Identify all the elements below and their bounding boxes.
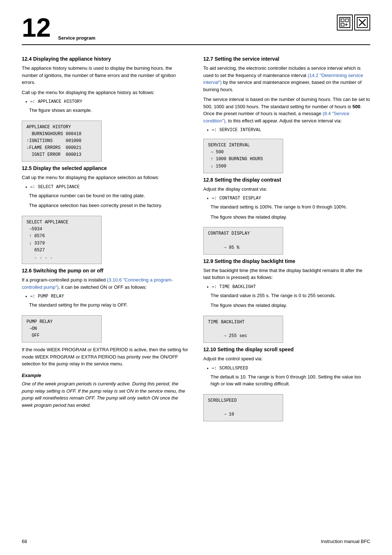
section-12-8-para1: Adjust the display contrast via: — [203, 186, 370, 193]
lcd-tb-2 — [208, 326, 278, 333]
lcd-sel-4: ↓ 3379 — [26, 240, 97, 247]
section-12-7-menu-ref: ⇒: SERVICE INTERVAL — [212, 127, 261, 133]
section-12-4-bullet: • ⇒: APPLIANCE HISTORY — [25, 99, 189, 105]
section-12-5-para1: Call up the menu for displaying the appl… — [22, 174, 189, 181]
footer-manual-title: Instruction manual BFC — [321, 539, 370, 544]
lcd-ss-1: SCROLLSPEED — [208, 397, 278, 404]
page-footer: 68 Instruction manual BFC — [22, 539, 370, 544]
section-12-9-menu-ref: ⇒: TIME BACKLIGHT — [212, 284, 256, 289]
lcd-pump-1: PUMP RELAY — [26, 319, 97, 325]
section-12-7-text1b: by the service and maintenance engineer,… — [203, 80, 362, 92]
section-12-4: 12.4 Displaying the appliance history Th… — [22, 56, 189, 165]
section-12-5-sub1: The appliance number can be found on the… — [29, 192, 189, 199]
lcd-sel-2: →5934 — [26, 226, 97, 233]
lcd-line-1: APPLIANCE HISTORY — [26, 124, 97, 131]
section-12-8-sub1: The standard setting is 100%. The range … — [211, 203, 370, 211]
bullet-dot-4: • — [207, 127, 209, 133]
section-12-6-sub: The standard setting for the pump relay … — [29, 301, 189, 309]
header-left: 12 Service program — [22, 15, 95, 41]
lcd-si-1: SERVICE INTERVAL — [208, 142, 278, 149]
lcd-sel-6: . . . . — [26, 254, 97, 261]
page-header: 12 Service program — [22, 15, 370, 45]
section-12-10-para1: Adjust the control speed via: — [203, 355, 370, 362]
section-12-6-para2: If the mode WEEK PROGRAM or EXTRA PERIOD… — [22, 346, 189, 368]
bullet-dot-2: • — [25, 185, 27, 190]
section-12-6-menu-ref: ⇒: PUMP RELAY — [30, 293, 64, 299]
left-column: 12.4 Displaying the appliance history Th… — [22, 56, 189, 425]
section-12-8-lcd: CONTRAST DISPLAY → 95 % — [203, 227, 283, 255]
section-12-7-text2c: . to this effect will appear. Adjust the… — [225, 118, 342, 123]
example-text: One of the week program periods is curre… — [22, 380, 189, 409]
section-12-8-sub2: The figure shows the related display. — [211, 214, 370, 221]
section-12-9-sub2: The figure shows the related display. — [211, 302, 370, 309]
header-icons — [337, 15, 370, 31]
bullet-dot-3: • — [25, 294, 27, 299]
lcd-pump-3: OFF — [26, 332, 97, 339]
section-12-6-para1: If a program-controlled pump is installe… — [22, 276, 189, 291]
lcd-line-2: BURNINGHOURS 000410 — [26, 131, 97, 138]
lcd-sel-3: ↑ 8576 — [26, 233, 97, 240]
section-12-7-bold: 500 — [352, 104, 360, 109]
lcd-line-4: ↓FLAME ERRORS 000021 — [26, 145, 97, 151]
cross-icon — [356, 17, 368, 28]
chapter-number: 12 — [22, 15, 51, 41]
lcd-sel-1: SELECT APPLIANCE — [26, 219, 97, 226]
section-12-9: 12.9 Setting the display backlight time … — [203, 258, 370, 347]
section-12-6: 12.6 Switching the pump on or off If a p… — [22, 268, 189, 409]
section-12-6-para1-text: If a program-controlled pump is installe… — [22, 277, 107, 283]
lcd-ss-3: → 10 — [208, 411, 278, 418]
lcd-cd-3: → 95 % — [208, 244, 278, 251]
section-12-7-title: 12.7 Setting the service interval — [203, 56, 370, 62]
svg-rect-2 — [346, 19, 348, 22]
lcd-cd-1: CONTRAST DISPLAY — [208, 230, 278, 237]
section-12-9-title: 12.9 Setting the display backlight time — [203, 258, 370, 264]
section-12-10-lcd: SCROLLSPEED → 10 — [203, 394, 283, 422]
lcd-si-4: ↓ 1500 — [208, 163, 278, 170]
lcd-si-3: ↑ 1000 BURNING HOURS — [208, 156, 278, 163]
lcd-cd-2 — [208, 237, 278, 244]
lcd-line-5: IGNIT ERROR 000013 — [26, 151, 97, 158]
footer-page-number: 68 — [22, 539, 27, 544]
lcd-pump-2: →ON — [26, 325, 97, 332]
svg-rect-1 — [341, 19, 344, 22]
section-12-8-bullet: • ⇒: CONTRAST DISPLAY — [207, 195, 370, 201]
lcd-tb-1: TIME BACKLIGHT — [208, 319, 278, 326]
section-12-7-para2: The service interval is based on the num… — [203, 96, 370, 124]
example-title: Example — [22, 372, 189, 379]
icon-box-1 — [337, 15, 353, 31]
appliance-icon — [339, 17, 351, 28]
section-12-8-menu-ref: ⇒: CONTRAST DISPLAY — [212, 195, 261, 201]
section-12-9-para1: Set the backlight time (the time that th… — [203, 267, 370, 281]
lcd-line-3: ↑IGNITIONS 001000 — [26, 138, 97, 145]
section-12-8: 12.8 Setting the display contrast Adjust… — [203, 177, 370, 258]
section-12-5-menu-ref: ⇒: SELECT APPLIANCE — [30, 184, 80, 190]
section-12-9-bullet: • ⇒: TIME BACKLIGHT — [207, 284, 370, 290]
header-title: Service program — [58, 30, 95, 41]
lcd-tb-3: → 255 sec — [208, 333, 278, 340]
main-content: 12.4 Displaying the appliance history Th… — [22, 56, 370, 425]
section-12-7-para1: To aid servicing, the electronic control… — [203, 65, 370, 93]
menu-arrow-icon: ⇒ — [30, 99, 33, 104]
section-12-9-lcd: TIME BACKLIGHT → 255 sec — [203, 316, 283, 343]
section-12-8-title: 12.8 Setting the display contrast — [203, 177, 370, 183]
section-12-5-bullet: • ⇒: SELECT APPLIANCE — [25, 184, 189, 190]
section-12-5-title: 12.5 Display the selected appliance — [22, 165, 189, 171]
section-12-10-sub1: The default is 10. The range is from 0 t… — [211, 373, 370, 388]
right-column: 12.7 Setting the service interval To aid… — [203, 56, 370, 425]
section-12-10: 12.10 Setting the display scroll speed A… — [203, 347, 370, 425]
section-12-5: 12.5 Display the selected appliance Call… — [22, 165, 189, 268]
section-12-7-lcd: SERVICE INTERVAL → 500 ↑ 1000 BURNING HO… — [203, 139, 283, 173]
bullet-dot: • — [25, 99, 27, 105]
section-12-6-lcd: PUMP RELAY →ON OFF — [22, 315, 102, 343]
section-12-4-sub: The figure shows an example. — [29, 107, 189, 114]
section-12-5-sub2: The appliance selection has been correct… — [29, 202, 189, 209]
section-12-5-lcd: SELECT APPLIANCE →5934 ↑ 8576 ↓ 3379 652… — [22, 216, 102, 264]
section-12-9-sub1: The standard value is 255 s. The range i… — [211, 292, 370, 299]
section-12-7: 12.7 Setting the service interval To aid… — [203, 56, 370, 177]
page: 12 Service program — [0, 0, 392, 555]
section-12-6-title: 12.6 Switching the pump on or off — [22, 268, 189, 274]
section-12-4-para1: The appliance history submenu is used to… — [22, 65, 189, 86]
section-12-10-menu-ref: ⇒: SCROLLSPEED — [212, 365, 248, 371]
section-12-6-bullet: • ⇒: PUMP RELAY — [25, 293, 189, 299]
svg-rect-3 — [341, 23, 344, 26]
